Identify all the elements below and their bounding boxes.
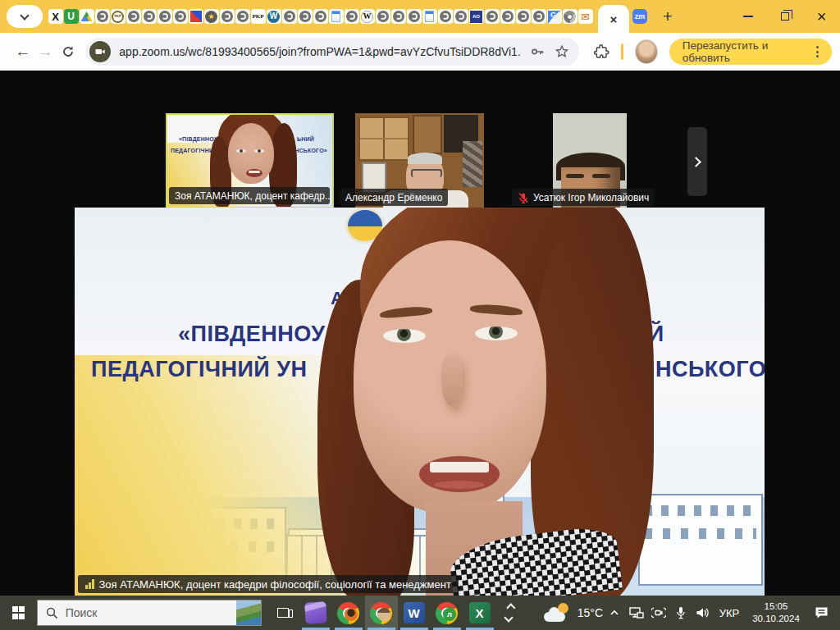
browser-tab-ao[interactable]: АО [468, 7, 484, 26]
date: 30.10.2024 [745, 613, 807, 625]
taskbar-scroll-chevrons[interactable] [498, 605, 520, 621]
browser-tab-pkp[interactable]: PKP [250, 7, 266, 26]
taskbar-app-chrome-photo[interactable] [365, 596, 398, 630]
browser-tab-spin[interactable] [157, 7, 172, 26]
spin-favicon-icon [144, 11, 155, 22]
action-center-button[interactable] [807, 596, 835, 630]
browser-tab-spin[interactable] [313, 7, 328, 26]
browser-tab-mail[interactable]: ✉ [578, 7, 593, 26]
browser-tab-spin[interactable] [141, 7, 157, 26]
browser-tab-wiki[interactable]: W [359, 7, 375, 26]
taskbar-app-word[interactable]: W [398, 596, 431, 630]
participant-name-label: Зоя АТАМАНЮК, доцент кафедр... [169, 187, 330, 204]
browser-tab-spin[interactable] [281, 7, 297, 26]
main-speaker-video[interactable]: А «ПІВДЕННОУ ЬНИЙ ПЕДАГОГІЧНИЙ УН ИНСЬКО… [75, 208, 765, 596]
chrome-gray-favicon-icon [564, 11, 576, 23]
meeting-content: «ПІВДЕННОУ ЬНИЙ ПЕДАГОГІЧНИЙ УН ИНСЬКОГО… [0, 71, 840, 596]
restore-icon [781, 12, 789, 21]
next-participants-button[interactable] [687, 127, 707, 196]
chevron-down-icon [504, 613, 513, 622]
browser-tab-spin[interactable] [297, 7, 313, 26]
browser-tab-spin[interactable] [531, 7, 546, 26]
taskbar-search-input[interactable]: Поиск [37, 600, 262, 626]
chevron-down-icon [20, 11, 29, 20]
profile-avatar[interactable] [635, 39, 658, 64]
weather-widget[interactable]: 15°C [538, 603, 603, 623]
browser-tab-doc[interactable] [422, 7, 437, 26]
browser-tab-star[interactable]: ★ [203, 7, 219, 26]
microphone-in-use[interactable] [669, 596, 692, 630]
address-bar[interactable]: app.zoom.us/wc/81993400565/join?fromPWA=… [85, 38, 579, 66]
active-tab-zoom-meeting[interactable]: × [598, 5, 629, 33]
window-close-button[interactable]: × [803, 0, 840, 33]
browser-tab-spin[interactable] [500, 7, 515, 26]
browser-tab-spin[interactable] [390, 7, 406, 26]
browser-tab-joomla[interactable]: X [48, 7, 63, 26]
browser-toolbar: ← → app.zoom.us/wc/81993400565/join?from… [0, 33, 840, 71]
browser-tab-spin[interactable] [375, 7, 390, 26]
browser-tab-chrome-gray[interactable] [562, 7, 578, 26]
browser-tab-doc[interactable] [328, 7, 344, 26]
back-button[interactable]: ← [11, 39, 34, 64]
extensions-button[interactable] [594, 44, 609, 60]
window-restore-button[interactable] [766, 0, 803, 33]
forward-button[interactable]: → [34, 39, 56, 64]
taskbar-app-chrome-letter[interactable]: л [431, 596, 463, 630]
window-minimize-button[interactable] [729, 0, 766, 33]
browser-tab-flag[interactable] [188, 7, 203, 26]
browser-tab-spin[interactable] [219, 7, 235, 26]
browser-tab-spin[interactable] [344, 7, 359, 26]
chevron-up-icon [506, 603, 515, 612]
browser-tab-pkp-round[interactable]: PKP [110, 7, 126, 26]
taskbar-app-chrome-orange[interactable] [332, 596, 365, 630]
browser-tab-spin[interactable] [172, 7, 188, 26]
taskbar-app-movies[interactable] [299, 596, 332, 630]
browser-tab-spin[interactable] [94, 7, 110, 26]
browser-tab-spin[interactable] [484, 7, 500, 26]
banner-text: ИНСЬКОГО» [639, 357, 765, 382]
reload-button[interactable] [57, 39, 79, 64]
tab-search-button[interactable] [7, 5, 43, 28]
search-highlight-image[interactable] [236, 600, 261, 625]
browser-tab-spin[interactable] [515, 7, 531, 26]
video-camera-icon [94, 46, 106, 57]
language-indicator[interactable]: УКР [714, 596, 745, 630]
password-key-button[interactable] [530, 44, 545, 59]
start-button[interactable] [0, 596, 37, 630]
browser-tab-spin[interactable] [126, 7, 141, 26]
puzzle-icon [594, 44, 609, 60]
volume-control[interactable] [692, 596, 714, 630]
tab-zoom-app[interactable]: zm [629, 7, 651, 26]
browser-tab-u[interactable]: U [63, 7, 79, 26]
restart-update-button[interactable]: Перезапустить и обновить [669, 39, 832, 65]
browser-tab-spin[interactable] [406, 7, 422, 26]
pkp-round-favicon-icon: PKP [112, 11, 124, 23]
new-tab-button[interactable]: + [657, 7, 678, 26]
participant-video-eremenko[interactable]: Александр Ерёменко [338, 113, 506, 208]
browser-tab-translate[interactable]: G [546, 7, 562, 26]
browser-tab-spin[interactable] [453, 7, 468, 26]
participant-video-atamaniuk[interactable]: «ПІВДЕННОУ ЬНИЙ ПЕДАГОГІЧНИЙ УН ИНСЬКОГО… [166, 113, 334, 208]
camera-permission-indicator[interactable] [89, 41, 111, 62]
browser-tab-spin[interactable] [235, 7, 250, 26]
doc-favicon-icon [331, 11, 340, 22]
browser-tab-drive[interactable] [79, 7, 94, 26]
participant-name-label: Александр Ерёменко [340, 189, 448, 206]
bookmark-star-button[interactable] [555, 44, 569, 59]
network-status[interactable] [625, 596, 647, 630]
url-text[interactable]: app.zoom.us/wc/81993400565/join?fromPWA=… [119, 45, 520, 58]
participant-video-usatiuk[interactable]: Усатюк Ігор Миколайович [510, 113, 678, 208]
browser-tab-spin[interactable] [437, 7, 453, 26]
clock[interactable]: 15:05 30.10.2024 [745, 600, 807, 625]
taskbar-app-excel[interactable]: X [463, 596, 496, 630]
star-icon [555, 44, 569, 59]
taskbar-app-taskview[interactable] [267, 596, 299, 630]
spin-favicon-icon [315, 11, 326, 22]
wordpress-favicon-icon: W [267, 11, 280, 23]
hidden-icons-button[interactable] [603, 596, 625, 630]
camera-in-use[interactable] [647, 596, 669, 630]
browser-tab-wordpress[interactable]: W [266, 7, 281, 26]
tab-close-icon[interactable]: × [610, 12, 618, 26]
windows-logo-icon [12, 606, 25, 619]
browser-menu-kebab-icon[interactable] [811, 46, 824, 57]
